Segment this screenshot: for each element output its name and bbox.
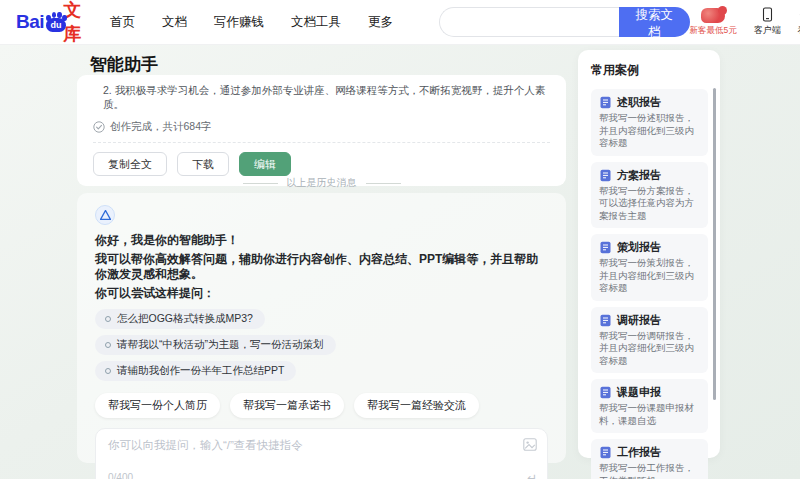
suggestion-list: 怎么把OGG格式转换成MP3? 请帮我以“中秋活动”为主题，写一份活动策划 请辅…: [95, 309, 548, 381]
case-list: 述职报告 帮我写一份述职报告，并且内容细化到三级内容标题 方案报告 帮我写一份方…: [591, 89, 708, 479]
case-item-planning-report[interactable]: 策划报告 帮我写一份策划报告，并且内容细化到三级内容标题: [591, 234, 708, 301]
quick-phrase-experience[interactable]: 帮我写一篇经验交流: [354, 393, 479, 418]
enter-send-icon[interactable]: ↵: [527, 471, 537, 479]
chat-panel: 你好，我是你的智能助手！ 我可以帮你高效解答问题，辅助你进行内容创作、内容总结、…: [77, 193, 566, 463]
case-desc: 帮我写一份策划报告，并且内容细化到三级内容标题: [599, 257, 701, 295]
case-desc: 帮我写一份工作报告，工作类型随机: [599, 462, 701, 479]
top-header: Bai du 文库 首页 文档 写作赚钱 文档工具 更多 搜索文档 新客最低5元: [0, 0, 800, 45]
document-icon: [599, 446, 612, 459]
case-item-plan-report[interactable]: 方案报告 帮我写一份方案报告，可以选择任意内容为方案报告主题: [591, 162, 708, 229]
assistant-greeting: 你好，我是你的智能助手！: [95, 233, 548, 248]
case-desc: 帮我写一份课题申报材料，课题自选: [599, 402, 701, 427]
document-icon: [599, 241, 612, 254]
quick-phrase-commitment[interactable]: 帮我写一篇承诺书: [230, 393, 344, 418]
nav-home[interactable]: 首页: [110, 14, 135, 31]
nav-more[interactable]: 更多: [368, 14, 393, 31]
case-desc: 帮我写一份调研报告，并且内容细化到三级内容标题: [599, 330, 701, 368]
nav-doc-tools[interactable]: 文档工具: [291, 14, 341, 31]
assistant-avatar-icon: [95, 205, 115, 225]
suggestion-label: 请辅助我创作一份半年工作总结PPT: [117, 364, 284, 378]
edit-button[interactable]: 编辑: [239, 152, 291, 176]
generated-text-snippet: 2. 我积极寻求学习机会，通过参加外部专业讲座、网络课程等方式，不断拓宽视野，提…: [93, 83, 550, 111]
case-title: 课题申报: [617, 385, 661, 400]
history-divider-label: 以上是历史消息: [287, 176, 357, 190]
client-label: 客户端: [754, 24, 781, 37]
main-nav: 首页 文档 写作赚钱 文档工具 更多: [110, 14, 393, 31]
case-desc: 帮我写一份述职报告，并且内容细化到三级内容标题: [599, 112, 701, 150]
common-cases-panel: 常用案例 述职报告 帮我写一份述职报告，并且内容细化到三级内容标题 方案报告 帮…: [578, 50, 720, 458]
document-icon: [599, 314, 612, 327]
suggestion-label: 怎么把OGG格式转换成MP3?: [117, 312, 253, 326]
suggestion-label: 请帮我以“中秋活动”为主题，写一份活动策划: [117, 338, 324, 352]
app-window: Bai du 文库 首页 文档 写作赚钱 文档工具 更多 搜索文档 新客最低5元: [0, 0, 800, 479]
image-upload-icon[interactable]: [523, 437, 537, 455]
case-title: 述职报告: [617, 95, 661, 110]
dashed-divider: [93, 142, 550, 143]
download-button[interactable]: 下载: [177, 152, 229, 176]
header-right-group: 新客最低5元 客户端 看过: [690, 7, 800, 37]
case-title: 策划报告: [617, 240, 661, 255]
quick-phrase-resume[interactable]: 帮我写一份个人简历: [95, 393, 220, 418]
document-icon: [599, 169, 612, 182]
chat-input-box: 0/400 ↵: [95, 428, 548, 479]
phone-icon: [760, 7, 775, 22]
document-icon: [599, 96, 612, 109]
assistant-intro: 我可以帮你高效解答问题，辅助你进行内容创作、内容总结、PPT编辑等，并且帮助你激…: [95, 252, 548, 282]
bullet-circle-icon: [105, 316, 111, 322]
creation-status-row: 创作完成，共计684字: [93, 120, 550, 134]
page-body: 智能助手 2. 我积极寻求学习机会，通过参加外部专业讲座、网络课程等方式，不断拓…: [0, 45, 800, 479]
case-item-project-application[interactable]: 课题申报 帮我写一份课题申报材料，课题自选: [591, 379, 708, 433]
sidebar-scrollbar[interactable]: [713, 88, 716, 400]
case-item-shuzhi-report[interactable]: 述职报告 帮我写一份述职报告，并且内容细化到三级内容标题: [591, 89, 708, 156]
case-item-work-report[interactable]: 工作报告 帮我写一份工作报告，工作类型随机: [591, 439, 708, 479]
promo-icon: [701, 8, 725, 23]
case-item-research-report[interactable]: 调研报告 帮我写一份调研报告，并且内容细化到三级内容标题: [591, 307, 708, 374]
case-title: 工作报告: [617, 445, 661, 460]
divider-line-left: [243, 183, 278, 184]
history-message-card: 2. 我积极寻求学习机会，通过参加外部专业讲座、网络课程等方式，不断拓宽视野，提…: [77, 75, 566, 186]
divider-line-right: [366, 183, 401, 184]
page-title: 智能助手: [90, 53, 158, 76]
quick-phrase-row: 帮我写一份个人简历 帮我写一篇承诺书 帮我写一篇经验交流: [95, 393, 548, 418]
suggestion-halfyear-ppt[interactable]: 请辅助我创作一份半年工作总结PPT: [95, 361, 296, 381]
logo-bai-text: Bai: [16, 11, 44, 33]
bullet-circle-icon: [105, 368, 111, 374]
suggestion-mid-autumn-plan[interactable]: 请帮我以“中秋活动”为主题，写一份活动策划: [95, 335, 336, 355]
baidu-paw-icon: du: [45, 12, 60, 32]
copy-full-text-button[interactable]: 复制全文: [93, 152, 167, 176]
baidu-wenku-logo[interactable]: Bai du 文库: [16, 0, 88, 46]
search-docs-button[interactable]: 搜索文档: [619, 7, 690, 37]
promo-label: 新客最低5元: [690, 25, 737, 37]
case-desc: 帮我写一份方案报告，可以选择任意内容为方案报告主题: [599, 185, 701, 223]
case-title: 调研报告: [617, 313, 661, 328]
search-input[interactable]: [439, 7, 619, 37]
check-circle-icon: [93, 121, 105, 133]
creation-status-text: 创作完成，共计684字: [110, 120, 212, 134]
nav-documents[interactable]: 文档: [162, 14, 187, 31]
document-icon: [599, 386, 612, 399]
nav-write-earn[interactable]: 写作赚钱: [214, 14, 264, 31]
bullet-circle-icon: [105, 342, 111, 348]
logo-wenku-text: 文库: [63, 0, 88, 46]
char-counter: 0/400: [108, 472, 133, 479]
search-bar: 搜索文档: [439, 7, 690, 37]
case-title: 方案报告: [617, 168, 661, 183]
promo-entry[interactable]: 新客最低5元: [690, 8, 737, 37]
chat-input[interactable]: [96, 429, 547, 469]
history-divider: 以上是历史消息: [77, 176, 566, 190]
client-entry[interactable]: 客户端: [754, 7, 781, 37]
common-cases-title: 常用案例: [591, 62, 708, 79]
suggestion-ogg-to-mp3[interactable]: 怎么把OGG格式转换成MP3?: [95, 309, 265, 329]
history-actions: 复制全文 下载 编辑: [93, 152, 550, 176]
assistant-prompt-hint: 你可以尝试这样提问：: [95, 286, 548, 301]
